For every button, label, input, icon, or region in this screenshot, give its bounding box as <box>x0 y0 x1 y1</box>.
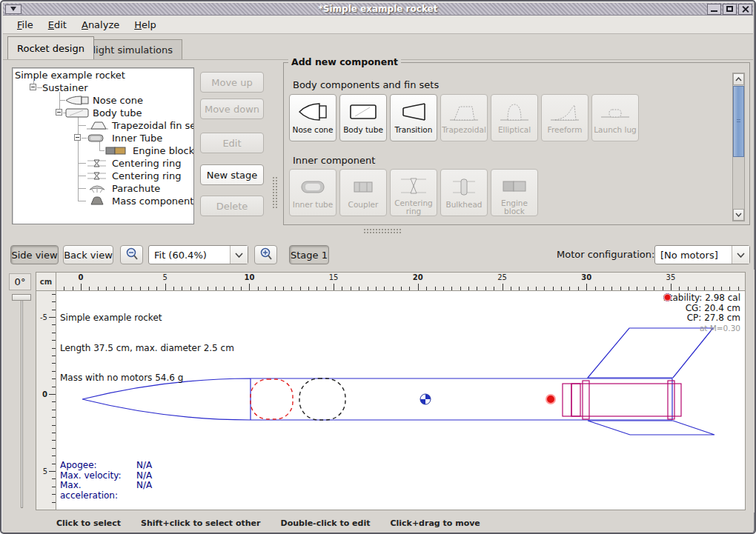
motor-select-arrow[interactable] <box>732 246 749 264</box>
rocket-length-line: Length 37.5 cm, max. diameter 2.5 cm <box>60 344 234 354</box>
scroll-up-button[interactable] <box>733 73 744 85</box>
add-inner-tube-button[interactable]: Inner tube <box>289 169 336 216</box>
horizontal-ruler: 05101520253035 <box>56 272 746 291</box>
cg-line: CG: 20.4 cm <box>686 304 740 314</box>
trapezoidal-fin-icon <box>87 121 109 130</box>
view-toolbar: Side view Back view Fit (60.4%) Stage 1 <box>3 240 753 270</box>
centering-ring-icon <box>87 171 107 181</box>
scroll-down-button[interactable] <box>733 209 744 221</box>
scrollbar-thumb[interactable] <box>733 86 744 157</box>
tree-item-trapezoidal-fin-set[interactable]: Trapezoidal fin set <box>112 119 194 132</box>
maximize-icon <box>726 6 733 12</box>
add-launch-lug-button[interactable]: Launch lug <box>591 94 639 141</box>
tree-line <box>37 87 42 88</box>
add-bulkhead-button[interactable]: Bulkhead <box>440 169 488 216</box>
chevron-down-icon <box>235 253 243 258</box>
groupbox-title: Add new component <box>288 56 401 67</box>
expander-sustainer[interactable] <box>30 84 36 90</box>
status-bar: Click to select Shift+click to select ot… <box>3 514 753 533</box>
component-panel-scrollbar[interactable] <box>732 73 745 221</box>
add-centering-ring-button[interactable]: Centering ring <box>390 169 437 216</box>
horizontal-splitter-handle[interactable] <box>363 228 402 234</box>
side-view-toggle[interactable]: Side view <box>10 245 59 264</box>
move-up-button[interactable]: Move up <box>200 72 264 93</box>
tree-item-sustainer[interactable]: Sustainer <box>42 81 88 94</box>
tree-item-engine-block[interactable]: Engine block <box>133 144 194 157</box>
rotation-slider[interactable] <box>21 296 23 508</box>
close-button[interactable] <box>738 4 752 15</box>
tree-item-centering-ring-2[interactable]: Centering ring <box>112 170 181 182</box>
add-coupler-button[interactable]: Coupler <box>339 169 387 216</box>
delete-button[interactable]: Delete <box>200 196 264 216</box>
tree-line <box>82 138 87 138</box>
mass-component-icon <box>87 196 107 206</box>
back-view-toggle[interactable]: Back view <box>63 245 113 264</box>
tree-item-centering-ring-1[interactable]: Centering ring <box>112 157 181 170</box>
expander-body-tube[interactable] <box>56 109 62 116</box>
cp-line: CP: 27.8 cm <box>687 313 740 324</box>
elliptical-fin-icon <box>499 99 530 125</box>
zoom-out-button[interactable] <box>120 245 143 264</box>
tree-item-inner-tube[interactable]: Inner Tube <box>112 132 162 144</box>
tree-item-parachute[interactable]: Parachute <box>112 182 160 195</box>
zoom-in-button[interactable] <box>254 245 277 264</box>
zoom-select-arrow[interactable] <box>230 246 248 264</box>
tree-item-mass-component[interactable]: Mass component <box>112 195 193 207</box>
zoom-select[interactable]: Fit (60.4%) <box>148 245 248 264</box>
add-elliptical-fin-button[interactable]: Elliptical <box>491 94 538 141</box>
tree-line <box>59 100 65 101</box>
rocket-design-panel: Simple example rocket Sustainer Nose con… <box>3 59 753 238</box>
rocket-name-line: Simple example rocket <box>60 313 234 324</box>
inner-tube-icon <box>87 133 106 143</box>
add-freeform-fin-button[interactable]: Freeform <box>541 94 588 141</box>
add-trapezoidal-fin-button[interactable]: Trapezoidal <box>440 94 488 141</box>
expander-inner-tube[interactable] <box>74 134 81 141</box>
zoom-value: Fit (60.4%) <box>149 250 230 261</box>
menu-edit[interactable]: Edit <box>42 17 73 33</box>
add-engine-block-button[interactable]: Engine block <box>491 169 538 216</box>
menu-file[interactable]: File <box>10 17 40 33</box>
tree-item-body-tube[interactable]: Body tube <box>93 107 142 119</box>
vertical-splitter-handle[interactable] <box>272 176 278 209</box>
edit-button[interactable]: Edit <box>200 133 264 153</box>
menu-help[interactable]: Help <box>127 17 163 33</box>
component-tree[interactable]: Simple example rocket Sustainer Nose con… <box>12 67 194 224</box>
tree-line <box>78 188 86 189</box>
window-menu-button[interactable] <box>5 4 21 14</box>
move-down-button[interactable]: Move down <box>200 99 264 119</box>
rocket-canvas[interactable]: Simple example rocket Length 37.5 cm, ma… <box>56 291 746 510</box>
max-acceleration-label: Max. acceleration: <box>60 481 136 501</box>
motor-configuration-value: [No motors] <box>655 250 732 261</box>
stability-line: Stability: 2.98 cal <box>663 293 740 304</box>
tree-item-rocket[interactable]: Simple example rocket <box>15 69 125 81</box>
main-tabs: Rocket design Flight simulations <box>3 34 753 59</box>
stability-block: Stability: 2.98 cal CG: 20.4 cm CP: 27.8… <box>663 293 740 333</box>
new-stage-button[interactable]: New stage <box>200 164 264 185</box>
minimize-icon <box>711 10 717 12</box>
minimize-button[interactable] <box>707 4 721 15</box>
motor-configuration-label: Motor configuration: <box>557 249 654 260</box>
max-acceleration-value: N/A <box>136 481 152 501</box>
menu-analyze[interactable]: Analyze <box>75 17 126 33</box>
tab-rocket-design[interactable]: Rocket design <box>7 36 94 59</box>
magnifier-plus-icon <box>259 247 273 261</box>
application-window: *Simple example rocket File Edit Analyze… <box>0 0 756 534</box>
add-transition-button[interactable]: Transition <box>390 94 437 141</box>
ruler-unit-label: cm <box>36 272 56 291</box>
max-velocity-label: Max. velocity: <box>60 471 136 481</box>
rotation-slider-handle[interactable] <box>12 294 31 301</box>
stage-1-toggle[interactable]: Stage 1 <box>289 245 329 264</box>
hint-click-select: Click to select <box>56 518 121 528</box>
title-bar[interactable]: *Simple example rocket <box>3 3 753 16</box>
centering-ring-icon <box>87 158 107 168</box>
tree-line <box>78 125 86 126</box>
tree-line <box>78 163 86 164</box>
add-body-tube-button[interactable]: Body tube <box>339 94 387 141</box>
add-nose-cone-button[interactable]: Nose cone <box>289 94 336 141</box>
add-component-groupbox: Add new component Body components and fi… <box>283 62 750 225</box>
maximize-button[interactable] <box>723 4 737 15</box>
tree-item-nose-cone[interactable]: Nose cone <box>93 94 143 107</box>
motor-configuration-select[interactable]: [No motors] <box>654 245 750 264</box>
nose-cone-icon <box>65 96 90 105</box>
parachute-icon <box>87 184 107 193</box>
